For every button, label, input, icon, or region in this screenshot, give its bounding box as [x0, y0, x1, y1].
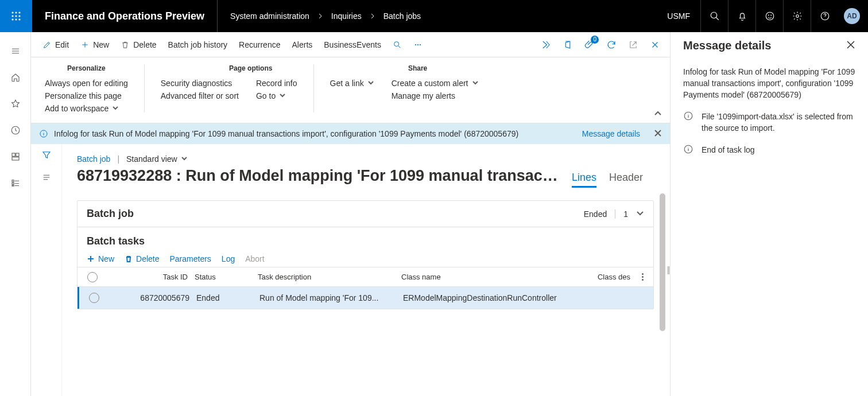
- panel-close-button[interactable]: [846, 40, 855, 51]
- svg-point-23: [415, 44, 416, 45]
- office-icon: [563, 40, 573, 50]
- card-batch-job-header[interactable]: Batch job Ended 1: [78, 201, 653, 227]
- lines-icon: [41, 172, 52, 183]
- related-info-button[interactable]: [41, 172, 52, 184]
- svg-rect-17: [16, 153, 18, 156]
- opt-adv-filter[interactable]: Advanced filter or sort: [161, 90, 239, 102]
- alerts-button[interactable]: Alerts: [286, 32, 318, 57]
- recurrence-button[interactable]: Recurrence: [233, 32, 286, 57]
- crumb-inquiries[interactable]: Inquiries: [331, 11, 362, 21]
- batch-job-card: Batch job Ended 1 Batch tasks New Delete…: [77, 200, 654, 309]
- nav-modules[interactable]: [0, 170, 31, 196]
- company-picker[interactable]: USMF: [657, 11, 700, 21]
- grid-new-button[interactable]: New: [87, 254, 114, 263]
- select-all-radio[interactable]: [87, 272, 98, 282]
- svg-rect-18: [12, 157, 19, 160]
- expand-button[interactable]: [636, 209, 644, 219]
- nav-home[interactable]: [0, 64, 31, 91]
- close-page-button[interactable]: [646, 36, 664, 54]
- view-selector[interactable]: Standard view: [126, 154, 188, 164]
- message-details-link[interactable]: Message details: [582, 129, 640, 138]
- refresh-button[interactable]: [602, 36, 621, 54]
- panel-subtitle: Infolog for task Run of Model mapping 'F…: [683, 66, 855, 100]
- page-search-button[interactable]: [387, 32, 408, 57]
- nav-favorites[interactable]: [0, 91, 31, 117]
- opt-get-link[interactable]: Get a link: [330, 77, 374, 90]
- splitter[interactable]: [666, 144, 670, 396]
- tab-lines[interactable]: Lines: [572, 172, 596, 188]
- opt-add-workspace[interactable]: Add to workspace: [45, 102, 128, 115]
- col-task-id[interactable]: Task ID: [105, 273, 191, 281]
- cell-status: Ended: [193, 293, 256, 302]
- help-button[interactable]: [811, 0, 838, 32]
- opt-security-diag[interactable]: Security diagnostics: [161, 77, 239, 90]
- feedback-button[interactable]: [755, 0, 783, 32]
- search-button[interactable]: [700, 0, 728, 32]
- batch-tasks-grid: Task ID Status Task description Class na…: [78, 267, 653, 309]
- opt-go-to[interactable]: Go to: [256, 90, 297, 102]
- user-avatar[interactable]: AD: [844, 8, 860, 24]
- opt-manage-alerts[interactable]: Manage my alerts: [392, 90, 479, 102]
- filter-icon: [41, 150, 52, 160]
- grid-toolbar: New Delete Parameters Log Abort: [78, 251, 653, 267]
- nav-expand-button[interactable]: [0, 38, 31, 64]
- svg-point-7: [15, 18, 17, 20]
- svg-rect-20: [12, 183, 14, 184]
- col-class-des[interactable]: Class des: [587, 273, 634, 281]
- svg-point-12: [770, 15, 771, 15]
- grid-row[interactable]: 68720005679 Ended Run of Model mapping '…: [78, 287, 653, 309]
- new-button[interactable]: New: [75, 32, 115, 57]
- page-breadcrumb-link[interactable]: Batch job: [77, 154, 110, 164]
- page-body: Batch job | Standard view 68719932288 : …: [62, 144, 666, 396]
- close-icon: [650, 40, 660, 50]
- batch-history-button[interactable]: Batch job history: [162, 32, 234, 57]
- overflow-button[interactable]: [408, 32, 428, 57]
- row-select-radio[interactable]: [89, 293, 99, 303]
- delete-button[interactable]: Delete: [115, 32, 162, 57]
- options-ribbon: Personalize Always open for editing Pers…: [31, 57, 670, 123]
- settings-button[interactable]: [783, 0, 811, 32]
- info-icon: [683, 111, 693, 121]
- grid-parameters-button[interactable]: Parameters: [169, 254, 211, 263]
- col-task-description[interactable]: Task description: [254, 273, 398, 281]
- plus-icon: [87, 255, 95, 263]
- opt-group-share: . Get a link Share Create a custom alert…: [324, 62, 485, 115]
- svg-point-8: [18, 18, 20, 20]
- svg-point-11: [768, 15, 769, 15]
- message-bar-close[interactable]: [654, 129, 662, 139]
- filter-pane-button[interactable]: [41, 150, 52, 162]
- popout-icon: [628, 40, 638, 50]
- crumb-sysadmin[interactable]: System administration: [230, 11, 309, 21]
- col-options-button[interactable]: [634, 273, 651, 281]
- hamburger-icon: [10, 46, 21, 56]
- opt-record-info[interactable]: Record info: [256, 77, 297, 90]
- business-events-button[interactable]: BusinessEvents: [318, 32, 387, 57]
- scrollbar-thumb[interactable]: [660, 193, 665, 331]
- opt-personalize-page[interactable]: Personalize this page: [45, 90, 128, 102]
- col-class-name[interactable]: Class name: [398, 273, 587, 281]
- popout-button[interactable]: [624, 36, 642, 54]
- attachments-button[interactable]: 0: [580, 36, 599, 54]
- help-icon: [820, 11, 830, 21]
- collapse-ribbon-button[interactable]: [654, 110, 662, 119]
- app-launcher-button[interactable]: [0, 0, 32, 32]
- power-automate-button[interactable]: [537, 36, 555, 54]
- grid-log-button[interactable]: Log: [222, 254, 235, 263]
- svg-point-5: [18, 15, 20, 17]
- pencil-icon: [42, 40, 52, 49]
- col-status[interactable]: Status: [191, 273, 254, 281]
- notifications-button[interactable]: [728, 0, 755, 32]
- clock-icon: [10, 125, 21, 135]
- info-icon: [683, 144, 693, 154]
- cell-class-name: ERModelMappingDestinationRunController: [400, 293, 589, 302]
- edit-button[interactable]: Edit: [37, 32, 75, 57]
- opt-always-open-editing[interactable]: Always open for editing: [45, 77, 128, 90]
- tab-header[interactable]: Header: [609, 172, 643, 186]
- office-button[interactable]: [559, 36, 577, 54]
- crumb-batchjobs[interactable]: Batch jobs: [383, 11, 421, 21]
- opt-create-alert[interactable]: Create a custom alert: [392, 77, 479, 90]
- opt-hd-share: Share: [357, 62, 479, 77]
- grid-delete-button[interactable]: Delete: [125, 254, 159, 263]
- nav-workspaces[interactable]: [0, 143, 31, 170]
- nav-recent[interactable]: [0, 117, 31, 143]
